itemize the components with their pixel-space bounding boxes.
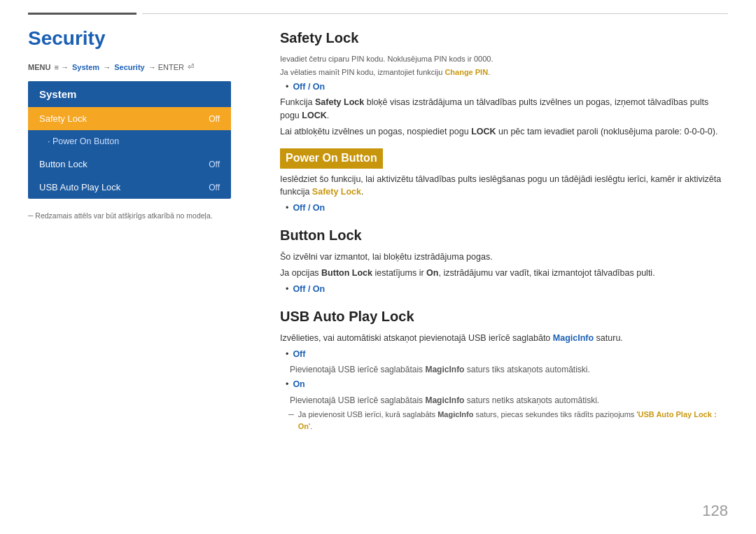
sidebar-footnote: Redzamais attēls var būt atšķirīgs atkar…: [28, 211, 245, 220]
page-title: Security: [28, 27, 245, 50]
section-usb-auto-play-lock: USB Auto Play Lock Izvēlieties, vai auto…: [280, 306, 728, 433]
safety-lock-title: Safety Lock: [280, 27, 728, 49]
menu-prefix: MENU: [28, 63, 50, 71]
button-lock-off-on: Off / On: [286, 283, 728, 296]
enter-icon: ⏎: [188, 62, 194, 71]
right-panel: Safety Lock Ievadiet četru ciparu PIN ko…: [266, 22, 728, 534]
safety-lock-ref: Safety Lock: [312, 187, 361, 197]
section-button-lock: Button Lock Šo izvēlni var izmantot, lai…: [280, 225, 728, 296]
safety-lock-change-pin-note: Ja vēlaties mainīt PIN kodu, izmantojiet…: [280, 66, 728, 78]
system-menu: System Safety Lock Off · Power On Button…: [28, 81, 231, 199]
menu-item-power-on-button[interactable]: · Power On Button: [28, 130, 231, 153]
menu-item-safety-lock[interactable]: Safety Lock Off: [28, 107, 231, 130]
usb-dash-note: Ja pievienosit USB ierīci, kurā saglabāt…: [288, 409, 728, 433]
safety-lock-off-on-value: Off / On: [293, 80, 325, 94]
safety-lock-desc1: Funkcija Safety Lock bloķē visas izstrād…: [280, 96, 728, 122]
usb-on-value: On: [293, 378, 304, 391]
menu-security: Security: [114, 63, 144, 71]
magicinfo-ref1: MagicInfo: [553, 333, 594, 343]
menu-item-button-lock-value: Off: [209, 160, 220, 169]
section-power-on-button: Power On Button Ieslēdziet šo funkciju, …: [280, 148, 728, 216]
menu-item-usb-auto-play-lock[interactable]: USB Auto Play Lock Off: [28, 176, 231, 199]
top-decorative-lines: [0, 0, 756, 15]
system-menu-header: System: [28, 81, 231, 107]
top-line-dark: [28, 13, 136, 15]
menu-sep3: → ENTER: [146, 63, 186, 71]
usb-dash-note-text: Ja pievienosit USB ierīci, kurā saglabāt…: [298, 409, 728, 433]
usb-off-value: Off: [293, 348, 305, 361]
power-on-off-on-value: Off / On: [293, 202, 325, 215]
menu-item-power-on-button-label: · Power On Button: [48, 136, 119, 146]
menu-item-usb-auto-play-lock-value: Off: [209, 183, 220, 192]
button-lock-desc2: Ja opcijas Button Lock iestatījums ir On…: [280, 267, 728, 280]
menu-sep2: →: [101, 63, 113, 71]
usb-auto-play-lock-title: USB Auto Play Lock: [280, 306, 728, 328]
page: Security MENU ≡ → System → Security → EN…: [0, 0, 756, 534]
menu-item-button-lock-label: Button Lock: [39, 159, 88, 169]
power-on-button-desc: Ieslēdziet šo funkciju, lai aktivizētu t…: [280, 173, 728, 199]
change-pin-link[interactable]: Change PIN: [444, 68, 488, 76]
menu-path: MENU ≡ → System → Security → ENTER ⏎: [28, 62, 245, 71]
usb-auto-play-lock-desc: Izvēlieties, vai automātiski atskaņot pi…: [280, 332, 728, 345]
safety-lock-desc2: Lai atbloķētu izvēlnes un pogas, nospied…: [280, 125, 728, 139]
menu-system: System: [72, 63, 99, 71]
power-on-off-on: Off / On: [286, 202, 728, 215]
menu-item-safety-lock-value: Off: [209, 114, 220, 124]
menu-sep1: ≡ →: [52, 63, 71, 71]
usb-on-desc: Pievienotajā USB ierīcē saglabātais Magi…: [290, 394, 728, 407]
menu-item-safety-lock-label: Safety Lock: [39, 113, 87, 124]
usb-off-bullet: Off: [286, 348, 728, 361]
usb-on-bullet: On: [286, 378, 728, 391]
button-lock-off-on-value: Off / On: [293, 283, 325, 296]
menu-item-usb-auto-play-lock-label: USB Auto Play Lock: [39, 182, 120, 192]
page-number: 128: [702, 502, 728, 520]
content-area: Security MENU ≡ → System → Security → EN…: [0, 22, 756, 534]
top-line-light: [142, 13, 728, 14]
button-lock-desc1: Šo izvēlni var izmantot, lai bloķētu izs…: [280, 251, 728, 264]
safety-lock-off-on: Off / On: [286, 80, 728, 94]
section-safety-lock: Safety Lock Ievadiet četru ciparu PIN ko…: [280, 27, 728, 139]
button-lock-title: Button Lock: [280, 225, 728, 246]
safety-lock-pin-note: Ievadiet četru ciparu PIN kodu. Noklusēj…: [280, 53, 728, 65]
menu-item-button-lock[interactable]: Button Lock Off: [28, 153, 231, 176]
power-on-button-title: Power On Button: [280, 148, 383, 169]
usb-off-desc: Pievienotajā USB ierīcē saglabātais Magi…: [290, 363, 728, 376]
left-panel: Security MENU ≡ → System → Security → EN…: [28, 22, 266, 534]
